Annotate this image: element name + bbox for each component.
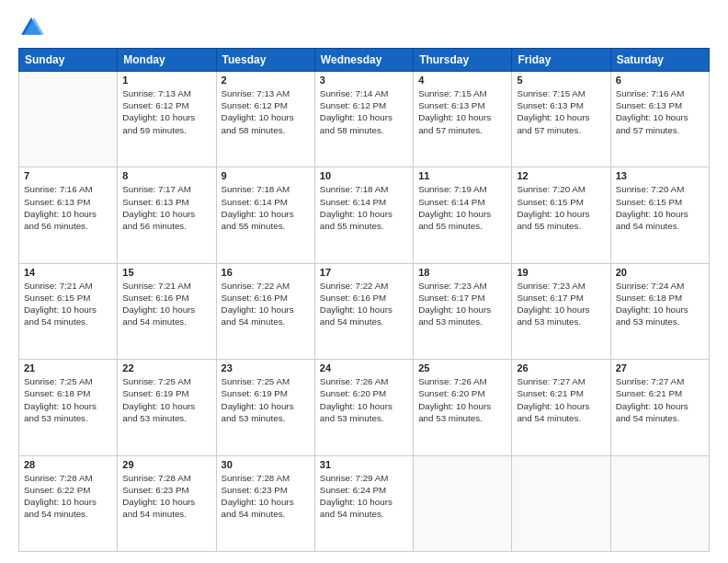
day-number: 8 (122, 170, 210, 181)
day-info: Sunrise: 7:25 AMSunset: 6:19 PMDaylight:… (222, 375, 310, 424)
day-number: 7 (24, 170, 112, 181)
day-info: Sunrise: 7:18 AMSunset: 6:14 PMDaylight:… (320, 183, 408, 232)
calendar-cell: 27Sunrise: 7:27 AMSunset: 6:21 PMDayligh… (610, 360, 709, 455)
logo (18, 15, 48, 40)
day-number: 28 (24, 459, 112, 470)
day-info: Sunrise: 7:23 AMSunset: 6:17 PMDaylight:… (418, 280, 506, 328)
day-number: 1 (122, 75, 210, 86)
calendar-cell: 23Sunrise: 7:25 AMSunset: 6:19 PMDayligh… (216, 360, 314, 455)
day-number: 5 (517, 75, 605, 86)
calendar-week-row: 1Sunrise: 7:13 AMSunset: 6:12 PMDaylight… (19, 72, 710, 167)
day-number: 10 (320, 170, 408, 181)
day-info: Sunrise: 7:29 AMSunset: 6:24 PMDaylight:… (320, 472, 408, 521)
day-info: Sunrise: 7:22 AMSunset: 6:16 PMDaylight:… (320, 280, 408, 328)
day-number: 19 (517, 267, 605, 278)
calendar-cell: 1Sunrise: 7:13 AMSunset: 6:12 PMDaylight… (118, 72, 216, 167)
calendar-cell: 7Sunrise: 7:16 AMSunset: 6:13 PMDaylight… (19, 167, 118, 263)
calendar-cell: 22Sunrise: 7:25 AMSunset: 6:19 PMDayligh… (118, 360, 216, 455)
weekday-header: Tuesday (216, 49, 314, 72)
day-number: 20 (616, 267, 704, 278)
day-info: Sunrise: 7:13 AMSunset: 6:12 PMDaylight:… (222, 87, 310, 136)
header (18, 15, 710, 40)
day-number: 14 (24, 267, 112, 278)
day-info: Sunrise: 7:15 AMSunset: 6:13 PMDaylight:… (418, 87, 506, 136)
day-info: Sunrise: 7:18 AMSunset: 6:14 PMDaylight:… (222, 183, 310, 232)
day-info: Sunrise: 7:25 AMSunset: 6:19 PMDaylight:… (122, 375, 210, 424)
day-number: 26 (517, 362, 605, 373)
day-info: Sunrise: 7:27 AMSunset: 6:21 PMDaylight:… (616, 375, 704, 424)
page: SundayMondayTuesdayWednesdayThursdayFrid… (0, 0, 728, 563)
day-info: Sunrise: 7:28 AMSunset: 6:23 PMDaylight:… (122, 472, 210, 521)
weekday-header: Sunday (19, 49, 118, 72)
calendar: SundayMondayTuesdayWednesdayThursdayFrid… (18, 48, 710, 552)
day-info: Sunrise: 7:14 AMSunset: 6:12 PMDaylight:… (320, 87, 408, 136)
day-number: 24 (320, 362, 408, 373)
calendar-week-row: 21Sunrise: 7:25 AMSunset: 6:18 PMDayligh… (19, 360, 710, 455)
calendar-cell: 12Sunrise: 7:20 AMSunset: 6:15 PMDayligh… (512, 167, 610, 263)
day-info: Sunrise: 7:26 AMSunset: 6:20 PMDaylight:… (418, 375, 506, 424)
day-number: 11 (418, 170, 506, 181)
calendar-cell (19, 72, 118, 167)
calendar-cell: 11Sunrise: 7:19 AMSunset: 6:14 PMDayligh… (414, 167, 512, 263)
weekday-header: Saturday (610, 49, 709, 72)
day-number: 31 (320, 459, 408, 470)
calendar-cell: 17Sunrise: 7:22 AMSunset: 6:16 PMDayligh… (314, 263, 413, 359)
calendar-cell: 10Sunrise: 7:18 AMSunset: 6:14 PMDayligh… (314, 167, 413, 263)
day-info: Sunrise: 7:26 AMSunset: 6:20 PMDaylight:… (320, 375, 408, 424)
calendar-cell: 30Sunrise: 7:28 AMSunset: 6:23 PMDayligh… (216, 455, 314, 551)
calendar-cell: 31Sunrise: 7:29 AMSunset: 6:24 PMDayligh… (314, 455, 413, 551)
day-info: Sunrise: 7:13 AMSunset: 6:12 PMDaylight:… (122, 87, 210, 136)
calendar-cell (414, 455, 512, 551)
calendar-cell: 16Sunrise: 7:22 AMSunset: 6:16 PMDayligh… (216, 263, 314, 359)
calendar-week-row: 14Sunrise: 7:21 AMSunset: 6:15 PMDayligh… (19, 263, 710, 359)
day-number: 16 (222, 267, 310, 278)
day-info: Sunrise: 7:16 AMSunset: 6:13 PMDaylight:… (24, 183, 112, 232)
weekday-header: Friday (512, 49, 610, 72)
calendar-cell: 26Sunrise: 7:27 AMSunset: 6:21 PMDayligh… (512, 360, 610, 455)
weekday-header: Thursday (414, 49, 512, 72)
day-info: Sunrise: 7:20 AMSunset: 6:15 PMDaylight:… (517, 183, 605, 232)
calendar-cell: 18Sunrise: 7:23 AMSunset: 6:17 PMDayligh… (414, 263, 512, 359)
day-number: 27 (616, 362, 704, 373)
day-number: 29 (122, 459, 210, 470)
day-number: 21 (24, 362, 112, 373)
calendar-cell: 5Sunrise: 7:15 AMSunset: 6:13 PMDaylight… (512, 72, 610, 167)
day-number: 15 (122, 267, 210, 278)
calendar-header-row: SundayMondayTuesdayWednesdayThursdayFrid… (19, 49, 710, 72)
calendar-cell: 3Sunrise: 7:14 AMSunset: 6:12 PMDaylight… (314, 72, 413, 167)
day-info: Sunrise: 7:16 AMSunset: 6:13 PMDaylight:… (616, 87, 704, 136)
day-info: Sunrise: 7:24 AMSunset: 6:18 PMDaylight:… (616, 280, 704, 328)
day-number: 22 (122, 362, 210, 373)
day-info: Sunrise: 7:21 AMSunset: 6:15 PMDaylight:… (24, 280, 112, 328)
weekday-header: Monday (118, 49, 216, 72)
day-number: 17 (320, 267, 408, 278)
calendar-cell: 4Sunrise: 7:15 AMSunset: 6:13 PMDaylight… (414, 72, 512, 167)
logo-icon (18, 15, 44, 40)
calendar-cell: 24Sunrise: 7:26 AMSunset: 6:20 PMDayligh… (314, 360, 413, 455)
day-info: Sunrise: 7:25 AMSunset: 6:18 PMDaylight:… (24, 375, 112, 424)
weekday-header: Wednesday (314, 49, 413, 72)
calendar-cell (610, 455, 709, 551)
calendar-week-row: 28Sunrise: 7:28 AMSunset: 6:22 PMDayligh… (19, 455, 710, 551)
day-number: 6 (616, 75, 704, 86)
day-number: 18 (418, 267, 506, 278)
day-info: Sunrise: 7:27 AMSunset: 6:21 PMDaylight:… (517, 375, 605, 424)
calendar-cell: 19Sunrise: 7:23 AMSunset: 6:17 PMDayligh… (512, 263, 610, 359)
day-number: 4 (418, 75, 506, 86)
day-info: Sunrise: 7:22 AMSunset: 6:16 PMDaylight:… (222, 280, 310, 328)
day-info: Sunrise: 7:28 AMSunset: 6:22 PMDaylight:… (24, 472, 112, 521)
calendar-cell: 28Sunrise: 7:28 AMSunset: 6:22 PMDayligh… (19, 455, 118, 551)
day-number: 13 (616, 170, 704, 181)
calendar-cell: 8Sunrise: 7:17 AMSunset: 6:13 PMDaylight… (118, 167, 216, 263)
calendar-cell: 6Sunrise: 7:16 AMSunset: 6:13 PMDaylight… (610, 72, 709, 167)
day-number: 12 (517, 170, 605, 181)
calendar-cell: 15Sunrise: 7:21 AMSunset: 6:16 PMDayligh… (118, 263, 216, 359)
day-info: Sunrise: 7:21 AMSunset: 6:16 PMDaylight:… (122, 280, 210, 328)
day-number: 3 (320, 75, 408, 86)
calendar-cell: 14Sunrise: 7:21 AMSunset: 6:15 PMDayligh… (19, 263, 118, 359)
day-info: Sunrise: 7:28 AMSunset: 6:23 PMDaylight:… (222, 472, 310, 521)
day-number: 2 (222, 75, 310, 86)
day-info: Sunrise: 7:20 AMSunset: 6:15 PMDaylight:… (616, 183, 704, 232)
calendar-cell: 20Sunrise: 7:24 AMSunset: 6:18 PMDayligh… (610, 263, 709, 359)
calendar-week-row: 7Sunrise: 7:16 AMSunset: 6:13 PMDaylight… (19, 167, 710, 263)
